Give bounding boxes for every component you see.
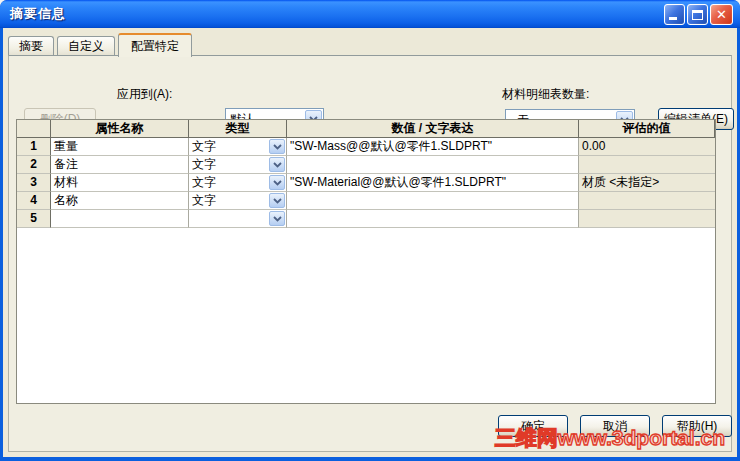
- chevron-down-icon: [273, 216, 282, 222]
- chevron-down-icon: [273, 198, 282, 204]
- close-button[interactable]: ✕: [710, 4, 733, 25]
- minimize-icon: [669, 17, 677, 20]
- chevron-down-icon: [273, 180, 282, 186]
- chevron-down-icon: [273, 162, 282, 168]
- dialog-body: 摘要 自定义 配置特定 应用到(A): 删除(D) 默认 材料明细表数量: - …: [3, 28, 737, 457]
- window-controls: ✕: [664, 4, 733, 25]
- type-cell[interactable]: 文字: [189, 192, 287, 210]
- type-cell[interactable]: 文字: [189, 174, 287, 192]
- close-icon: ✕: [711, 5, 732, 24]
- property-name-cell[interactable]: 材料: [51, 174, 189, 192]
- property-name-cell[interactable]: 名称: [51, 192, 189, 210]
- type-cell[interactable]: [189, 210, 287, 228]
- type-cell[interactable]: 文字: [189, 138, 287, 156]
- value-cell[interactable]: [287, 192, 579, 210]
- type-cell[interactable]: 文字: [189, 156, 287, 174]
- row-number-cell[interactable]: 4: [17, 192, 51, 210]
- table-row: 1 重量 文字 "SW-Mass@@默认@零件1.SLDPRT" 0.00: [17, 138, 715, 156]
- summary-info-dialog: 摘要信息 ✕ 摘要 自定义 配置特定 应用到(A): 删除(D) 默认: [0, 0, 740, 461]
- table-row: 3 材料 文字 "SW-Material@@默认@零件1.SLDPRT" 材质 …: [17, 174, 715, 192]
- evaluated-cell: [579, 156, 715, 174]
- value-cell[interactable]: [287, 156, 579, 174]
- row-number-cell[interactable]: 1: [17, 138, 51, 156]
- evaluated-cell: 0.00: [579, 138, 715, 156]
- property-name-cell[interactable]: 重量: [51, 138, 189, 156]
- apply-to-label: 应用到(A):: [117, 86, 172, 103]
- tab-page-config-specific: 应用到(A): 删除(D) 默认 材料明细表数量: - 无 - 编辑清单(E): [8, 55, 732, 452]
- header-evaluated-value: 评估的值: [579, 120, 715, 138]
- header-property-name: 属性名称: [51, 120, 189, 138]
- row-number-cell[interactable]: 5: [17, 210, 51, 228]
- chevron-down-icon: [273, 144, 282, 150]
- tab-strip: 摘要 自定义 配置特定: [8, 32, 195, 56]
- table-row: 5: [17, 210, 715, 228]
- maximize-button[interactable]: [687, 4, 708, 25]
- evaluated-cell: 材质 <未指定>: [579, 174, 715, 192]
- table-header-row: 属性名称 类型 数值 / 文字表达 评估的值: [17, 120, 715, 138]
- header-type: 类型: [189, 120, 287, 138]
- type-dropdown-button[interactable]: [269, 175, 285, 190]
- type-dropdown-button[interactable]: [269, 211, 285, 226]
- value-cell[interactable]: "SW-Material@@默认@零件1.SLDPRT": [287, 174, 579, 192]
- bom-quantity-label: 材料明细表数量:: [502, 86, 589, 103]
- properties-table: 属性名称 类型 数值 / 文字表达 评估的值 1 重量 文字 "SW-Mass@…: [16, 119, 716, 404]
- header-value-expression: 数值 / 文字表达: [287, 120, 579, 138]
- watermark: 三维网www.3dportal.cn: [495, 424, 725, 452]
- value-cell[interactable]: "SW-Mass@@默认@零件1.SLDPRT": [287, 138, 579, 156]
- value-cell[interactable]: [287, 210, 579, 228]
- tab-config-specific[interactable]: 配置特定: [118, 33, 192, 57]
- table-body: 1 重量 文字 "SW-Mass@@默认@零件1.SLDPRT" 0.00 2 …: [17, 138, 715, 228]
- type-label: 文字: [192, 139, 216, 153]
- table-row: 4 名称 文字: [17, 192, 715, 210]
- tab-summary[interactable]: 摘要: [8, 36, 54, 56]
- type-label: 文字: [192, 175, 216, 189]
- type-label: 文字: [192, 193, 216, 207]
- type-dropdown-button[interactable]: [269, 157, 285, 172]
- type-dropdown-button[interactable]: [269, 193, 285, 208]
- row-number-cell[interactable]: 3: [17, 174, 51, 192]
- type-dropdown-button[interactable]: [269, 139, 285, 154]
- header-row-number: [17, 120, 51, 138]
- titlebar[interactable]: 摘要信息 ✕: [0, 0, 740, 28]
- property-name-cell[interactable]: [51, 210, 189, 228]
- type-label: 文字: [192, 157, 216, 171]
- minimize-button[interactable]: [664, 4, 685, 25]
- evaluated-cell: [579, 210, 715, 228]
- evaluated-cell: [579, 192, 715, 210]
- tab-custom[interactable]: 自定义: [57, 36, 115, 56]
- property-name-cell[interactable]: 备注: [51, 156, 189, 174]
- window-title: 摘要信息: [10, 5, 66, 23]
- maximize-icon: [692, 10, 703, 20]
- row-number-cell[interactable]: 2: [17, 156, 51, 174]
- table-row: 2 备注 文字: [17, 156, 715, 174]
